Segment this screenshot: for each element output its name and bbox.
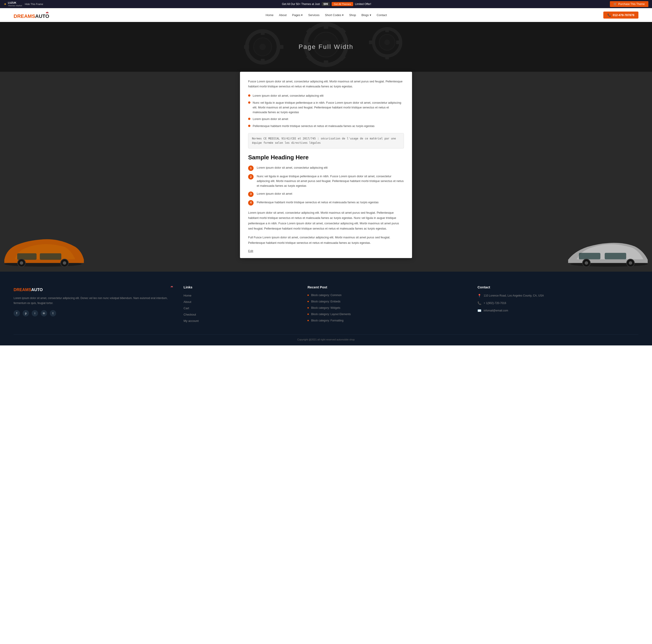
svg-rect-34 (605, 253, 626, 259)
nav-services[interactable]: Services (308, 13, 320, 17)
numbered-text-2: Nunc vel ligula in augue tristique pelle… (257, 174, 404, 188)
logo-auto: AUTO (35, 13, 49, 19)
code-block: Normes CE MEDICAL 93/42/CEE et 2017/745 … (248, 133, 404, 148)
list-item: Pellentesque habitant morbi tristique se… (248, 124, 404, 129)
contact-address: 📍 110 Lorence Road, Los Angeles County, … (478, 293, 639, 298)
recent-post-5[interactable]: Block category: Formatting (307, 319, 468, 322)
contact-phone-text: + 1(902)-720-7016 (484, 301, 506, 305)
footer-link-myaccount[interactable]: My account (184, 319, 198, 323)
intro-text: Fusce Lorem ipsum dolor sit amet, consec… (248, 79, 404, 89)
address-text: 110 Lorence Road, Los Angeles County, CA… (484, 293, 544, 298)
numbered-list: 1 Lorem ipsum dolor sit amet, consectetu… (248, 166, 404, 205)
social-icons: f p i in t (13, 310, 174, 316)
footer-link-about[interactable]: About (184, 300, 191, 304)
svg-rect-33 (579, 253, 600, 259)
numbered-text-3: Lorem ipsum dolor sit amet (257, 192, 292, 196)
linkedin-icon[interactable]: in (41, 310, 47, 316)
numbered-item-3: 3 Lorem ipsum dolor sit amet (248, 192, 404, 197)
promo-text: Get All Our 50+ Themes at Just (282, 2, 320, 6)
luzuk-subtitle: Themes Market (8, 4, 22, 7)
contact-email-text: infomail@email.com (484, 309, 508, 313)
footer-logo-dreams: DREAMS (13, 287, 31, 292)
footer-col-brand: 🚗 DREAMSAUTO Lorem ipsum dolor sit amet,… (13, 285, 174, 325)
nav-shop[interactable]: Shop (349, 13, 356, 17)
twitter-icon[interactable]: t (50, 310, 56, 316)
post-dot-icon (307, 301, 309, 302)
contact-section-title: Contact (478, 285, 639, 289)
svg-rect-27 (40, 253, 61, 260)
footer-logo-auto: AUTO (31, 287, 43, 292)
sample-heading: Sample Heading Here (248, 154, 404, 161)
facebook-icon[interactable]: f (13, 310, 20, 316)
navigation: 🚗 DREAMSAUTO Home About Pages ▾ Services… (0, 8, 652, 22)
contact-email: ✉️ infomail@email.com (478, 309, 639, 313)
top-bar: ✦ LUZUK Themes Market Hide This Frame Ge… (0, 0, 652, 8)
email-icon: ✉️ (478, 309, 481, 312)
numbered-item-1: 1 Lorem ipsum dolor sit amet, consectetu… (248, 166, 404, 171)
content-card: Fusce Lorem ipsum dolor sit amet, consec… (240, 72, 412, 258)
top-bar-left: ✦ LUZUK Themes Market Hide This Frame (4, 1, 43, 6)
recent-post-3[interactable]: Block category: Widgets (307, 306, 468, 309)
nav-contact[interactable]: Contact (377, 13, 387, 17)
nav-shortcodes[interactable]: Short Codes ▾ (325, 13, 344, 17)
footer-col-links: Links Home About Cart Checkout My accoun… (184, 285, 299, 325)
phone-icon: 📞 (607, 13, 611, 17)
footer: 🚗 DREAMSAUTO Lorem ipsum dolor sit amet,… (0, 272, 652, 345)
number-badge-4: 4 (248, 200, 253, 205)
recent-post-4[interactable]: Block category: Layout Elements (307, 313, 468, 316)
post-dot-icon (307, 307, 309, 309)
pinterest-icon[interactable]: p (23, 310, 29, 316)
instagram-icon[interactable]: i (32, 310, 38, 316)
limited-offer-text: Limited Offer! (355, 2, 371, 6)
footer-description: Lorem ipsum dolor sit amet, consectetur … (13, 296, 174, 306)
get-all-themes-button[interactable]: Get All Themes (332, 2, 353, 6)
footer-link-cart[interactable]: Cart (184, 307, 189, 310)
edit-link[interactable]: Edit (248, 249, 253, 253)
numbered-text-1: Lorem ipsum dolor sit amet, consectetur … (257, 166, 328, 170)
svg-point-36 (585, 261, 588, 264)
svg-rect-26 (17, 253, 37, 260)
list-item: Lorem ipsum dolor sit amet (248, 117, 404, 121)
number-badge-2: 2 (248, 174, 253, 179)
post-dot-icon (307, 320, 309, 321)
bullet-icon (248, 125, 250, 127)
purchase-theme-button[interactable]: 🛒 Purchase This Theme (610, 1, 648, 7)
number-badge-3: 3 (248, 192, 253, 197)
copyright-text: Copyright @2021 all right reserved autom… (297, 338, 355, 341)
nav-pages[interactable]: Pages ▾ (292, 13, 303, 17)
nav-blogs[interactable]: Blogs ▾ (361, 13, 371, 17)
hero-title: Page Full Width (299, 43, 354, 51)
recent-post-2[interactable]: Block category: Embeds (307, 300, 468, 303)
recent-post-1[interactable]: Block category: Common (307, 293, 468, 297)
location-icon: 📍 (478, 294, 481, 298)
bullet-icon (248, 102, 250, 104)
cart-icon: 🛒 (614, 2, 617, 6)
svg-point-31 (63, 261, 66, 264)
list-item: Nunc vel ligula in augue tristique pelle… (248, 101, 404, 115)
post-dot-icon (307, 295, 309, 296)
footer-col-contact: Contact 📍 110 Lorence Road, Los Angeles … (478, 285, 639, 325)
footer-link-home[interactable]: Home (184, 294, 192, 297)
phone-button[interactable]: 📞 012-478-787878 (603, 11, 639, 19)
site-logo: 🚗 DREAMSAUTO (13, 11, 49, 19)
phone-number: 012-478-787878 (613, 13, 634, 17)
footer-link-checkout[interactable]: Checkout (184, 313, 196, 316)
phone-icon: 📞 (478, 301, 481, 305)
numbered-item-4: 4 Pellentesque habitant morbi tristique … (248, 200, 404, 205)
hero-section: Page Full Width (0, 22, 652, 72)
links-section-title: Links (184, 285, 299, 289)
nav-menu: Home About Pages ▾ Services Short Codes … (266, 13, 387, 17)
list-item: Lorem ipsum dolor sit amet, consectetur … (248, 93, 404, 98)
hero-content: Page Full Width (299, 43, 354, 51)
numbered-text-4: Pellentesque habitant morbi tristique se… (257, 200, 379, 205)
body-text-1: Lorem ipsum dolor sit amet, consectetur … (248, 210, 404, 231)
bullet-icon (248, 118, 250, 120)
nav-home[interactable]: Home (266, 13, 273, 17)
top-bar-promo: Get All Our 50+ Themes at Just $99 Get A… (282, 2, 371, 6)
nav-about[interactable]: About (279, 13, 287, 17)
bullet-text-3: Lorem ipsum dolor sit amet (253, 117, 288, 121)
number-badge-1: 1 (248, 166, 253, 171)
hide-frame-link[interactable]: Hide This Frame (25, 3, 43, 5)
bullet-text-4: Pellentesque habitant morbi tristique se… (253, 124, 375, 129)
footer-links-list: Home About Cart Checkout My account (184, 293, 299, 323)
